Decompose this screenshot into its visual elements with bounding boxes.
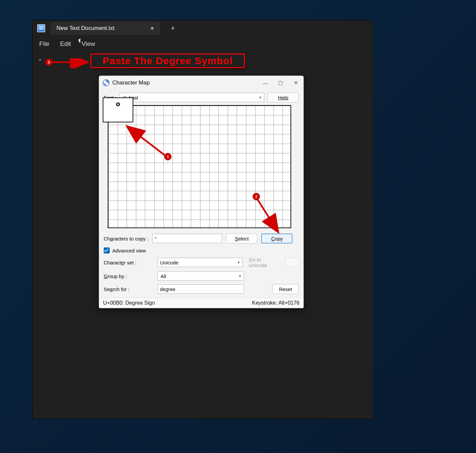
annotation-callout: Paste The Degree Symbol (90, 54, 245, 68)
goto-unicode-label: Go to Unicode (249, 257, 280, 268)
tab-document[interactable]: New Text Document.txt (51, 22, 160, 35)
zoomed-character-cell[interactable]: º (103, 97, 133, 122)
charset-label: Character set : (104, 260, 154, 265)
advanced-view-checkbox[interactable] (104, 247, 110, 253)
select-button[interactable]: Select (226, 233, 257, 243)
notepad-app-icon (37, 24, 45, 32)
editor-degree-char: º (39, 58, 41, 63)
status-left: U+00B0: Degree Sign (103, 300, 155, 306)
advanced-view-label: Advanced view (112, 248, 146, 253)
tab-bar: New Text Document.txt + (33, 20, 373, 36)
annotation-badge-2: 2 (253, 193, 260, 200)
new-tab-button[interactable]: + (167, 22, 179, 34)
character-map-dialog: Character Map — ▢ ✕ Font : Font : OArial… (99, 76, 304, 308)
tab-title: New Text Document.txt (57, 25, 114, 32)
help-button[interactable]: Help (268, 92, 299, 102)
charset-select[interactable]: Unicode▾ (157, 258, 243, 267)
chars-to-copy-input[interactable]: ° (152, 234, 222, 243)
search-label: Search for : (104, 286, 154, 292)
annotation-badge-1: 1 (164, 153, 172, 160)
dialog-title-bar[interactable]: Character Map — ▢ ✕ (99, 76, 303, 90)
chevron-down-icon: ▾ (238, 260, 240, 265)
close-button[interactable]: ✕ (288, 76, 303, 90)
search-input[interactable]: degree (158, 284, 244, 294)
group-by-label: Group by : (104, 273, 154, 279)
maximize-button[interactable]: ▢ (273, 76, 288, 90)
font-select[interactable]: OArial ▾ (120, 93, 264, 102)
menu-file[interactable]: File (39, 40, 50, 48)
character-grid[interactable]: º (108, 105, 291, 228)
minimize-button[interactable]: — (258, 76, 273, 90)
dialog-title: Character Map (112, 79, 150, 86)
tab-modified-dot-icon (151, 27, 154, 30)
chars-to-copy-label: Characters to copy : (104, 236, 148, 241)
charmap-app-icon (102, 79, 110, 86)
chevron-down-icon: ▾ (259, 95, 261, 100)
chevron-down-icon: ▾ (239, 274, 241, 278)
copy-button[interactable]: Copy (261, 233, 293, 243)
status-right: Keystroke: Alt+0176 (252, 300, 299, 306)
reset-button[interactable]: Reset (272, 284, 299, 294)
menu-edit[interactable]: Edit (60, 40, 71, 48)
group-by-select[interactable]: All▾ (158, 271, 244, 281)
goto-unicode-input[interactable] (286, 258, 299, 267)
status-bar: U+00B0: Degree Sign Keystroke: Alt+0176 (99, 297, 303, 308)
menu-view[interactable]: View (81, 40, 95, 48)
annotation-badge-3: 3 (45, 59, 53, 66)
